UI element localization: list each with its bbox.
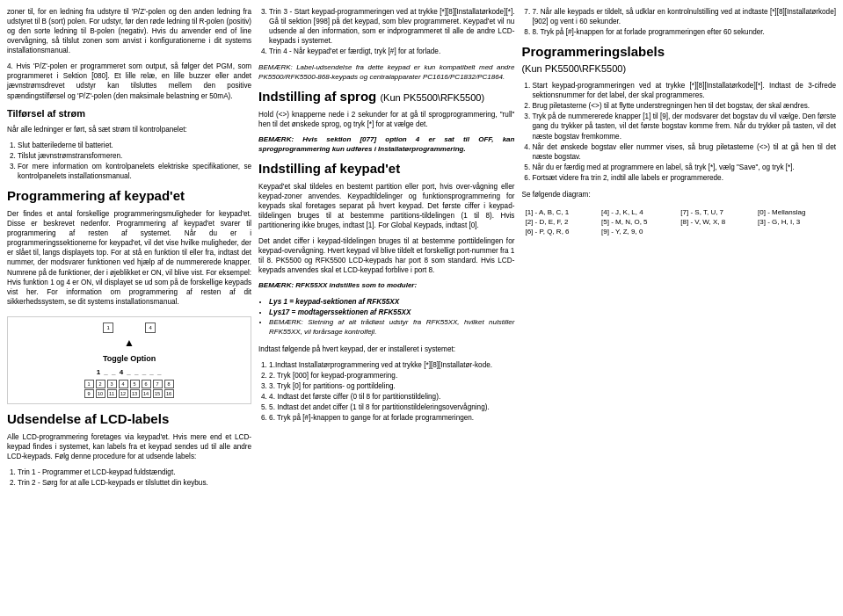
section-power-intro: Når alle ledninger er ført, så sæt strøm… [7,125,251,134]
list-item: Slut batterilederne til batteriet. [18,141,251,150]
list-item: Lys 1 = keypad-sektionen af RFK55XX [269,297,514,307]
col1-para-2: 4. Hvis 'P/Z'-polen er programmeret som … [7,62,251,100]
list-item: Brug piletasterne (<>) til at flytte und… [532,101,836,111]
section-power-title: Tilførsel af strøm [7,107,251,120]
section-labels-steps: Start keypad-programmeringen ved at tryk… [521,81,836,184]
list-item: Tilslut jævnstrømstransformeren. [18,151,251,161]
kd-top-row: 1 4 [103,322,156,333]
kb-row: [0] - Mellanslag [754,207,836,217]
list-item: 4. Indtast det første ciffer (0 til 8 fo… [269,392,514,402]
list-item: For mere information om kontrolpanelets … [18,162,251,181]
steps-7-8: 7. Når alle keypads er tildelt, så udkla… [521,7,836,38]
list-item: 5. Indtast det andet ciffer (1 til 8 for… [269,402,514,412]
kb-row: [3] - G, H, I, 3 [754,217,836,227]
column-3: 7. Når alle keypads er tildelt, så udkla… [521,7,836,609]
column-1: zoner til, for en ledning fra udstyre ti… [7,7,251,609]
kd-cell-15: 15 [153,389,163,398]
kb-row: [5] - M, N, O, 5 [598,217,677,227]
kd-cell-6: 6 [142,380,151,388]
section-labels-subtitle: (Kun PK5500\RFK5500) [521,63,626,74]
kd-cell-12: 12 [119,389,128,398]
kd-cell-1: 1 [84,380,94,388]
list-item: 1.Indtast Installatørprogrammering ved a… [269,360,514,370]
kd-cell-9: 9 [84,389,94,398]
section-lang-p1: Hold (<>) knapperne nede i 2 sekunder fo… [258,110,514,129]
list-item: 2. Tryk [000] for keypad-programmering. [269,371,514,380]
kb-row: [8] - V, W, X, 8 [677,217,754,227]
list-item: Trin 1 - Programmer et LCD-keypad fuldst… [18,467,251,477]
note-label-send: BEMÆRK: Label-udsendelse fra dette keypa… [258,63,514,83]
kd-mid-row: 1 _ _ 4 _ _ _ _ _ [97,368,163,376]
kd-cell-10: 10 [96,389,105,398]
kd-cell-13: 13 [130,389,140,398]
list-item: 8. Tryk på [#]-knappen for at forlade pr… [532,27,836,37]
kb-row: [2] - D, E, F, 2 [521,217,598,227]
section-keypad-note: BEMÆRK: RFK55XX indstilles som to module… [258,281,514,291]
list-item: BEMÆRK: Sletning af alt trådløst udstyr … [269,318,514,337]
section-lang-note: BEMÆRK: Hvis sektion [077] option 4 er s… [258,135,514,155]
kd-grid-bottom: 1 2 3 4 5 6 7 8 9 10 11 12 13 14 15 16 [84,380,175,398]
kb-row: [6] - P, Q, R, 6 [521,227,598,236]
kd-arrow-icon: ▲ [124,337,134,349]
toggle-option-label: Toggle Option [103,354,156,363]
kd-cell-2: 2 [96,380,105,388]
section-keypad-title: Indstilling af keypad'et [258,161,514,177]
kd-cell-3: 3 [107,380,117,388]
kb-row: [9] - Y, Z, 9, 0 [598,227,677,236]
kd-cell-11: 11 [107,389,117,398]
list-item: Tryk på de nummererede knapper [1] til [… [532,112,836,141]
section-keypad-numbered: 1.Indtast Installatørprogrammering ved a… [258,360,514,424]
list-item: Trin 3 - Start keypad-programmeringen ve… [269,7,514,46]
list-item: Når du er færdig med at programmere en l… [532,163,836,172]
section-lang-title: Indstilling af sprog (Kun PK5500\RFK5500… [258,89,514,105]
kb-row: [1] - A, B, C, 1 [521,207,598,217]
kd-cell-7: 7 [153,380,163,388]
section-keypad-steps-intro: Indtast følgende på hvert keypad, der er… [258,344,514,354]
kd-cell-5: 5 [130,380,140,388]
list-item: Lys17 = modtagerssektionen af RFK55XX [269,308,514,317]
list-item: 7. Når alle keypads er tildelt, så udkla… [532,7,836,26]
section-power-steps: Slut batterilederne til batteriet. Tilsl… [7,141,251,182]
list-item: 3. Tryk [0] for partitions- og porttilde… [269,381,514,391]
keyboard-table: [1] - A, B, C, 1 [4] - J, K, L, 4 [7] - … [521,207,836,236]
section-labels-title: Programmeringslabels (Kun PK5500\RFK5500… [521,44,836,76]
section-lcd-steps: Trin 1 - Programmer et LCD-keypad fuldst… [7,467,251,489]
kb-row: [4] - J, K, L, 4 [598,207,677,217]
kd-cell-16: 16 [164,389,174,398]
diagram-label: Se følgende diagram: [521,190,836,199]
section-prog-p1: Der findes et antal forskellige programm… [7,209,251,307]
list-item: Når det ønskede bogstav eller nummer vis… [532,142,836,162]
kd-cell-4: 4 [119,380,128,388]
list-item: Start keypad-programmeringen ved at tryk… [532,81,836,100]
section-prog-title: Programmering af keypad'et [7,188,251,204]
kd-cell-8: 8 [164,380,174,388]
list-item: Trin 4 - Når keypad'et er færdigt, tryk … [269,47,514,56]
list-item: 6. Tryk på [#]-knappen to gange for at f… [269,413,514,423]
kb-row: [7] - S, T, U, 7 [677,207,754,217]
section-keypad-p2: Det andet ciffer i keypad-tildelingen br… [258,236,514,275]
steps-continued: Trin 3 - Start keypad-programmeringen ve… [258,7,514,57]
kd-cell-4: 4 [145,322,156,333]
section-keypad-p1: Keypad'et skal tildeles en bestemt parti… [258,182,514,230]
section-lcd-title: Udsendelse af LCD-labels [7,411,251,427]
section-lcd-p1: Alle LCD-programmering foretages via key… [7,432,251,461]
keypad-diagram: 1 4 ▲ Toggle Option 1 _ _ 4 _ _ _ _ _ 1 … [7,316,251,404]
kd-cell-14: 14 [142,389,151,398]
kd-cell-1: 1 [103,322,113,333]
list-item: Fortsæt videre fra trin 2, indtil alle l… [532,173,836,183]
section-lang-subtitle: (Kun PK5500\RFK5500) [380,92,484,103]
list-item: Trin 2 - Sørg for at alle LCD-keypads er… [18,478,251,488]
column-2: Trin 3 - Start keypad-programmeringen ve… [258,7,514,609]
section-keypad-bullets: Lys 1 = keypad-sektionen af RFK55XX Lys1… [258,297,514,338]
col1-para-1: zoner til, for en ledning fra udstyre ti… [7,7,251,55]
